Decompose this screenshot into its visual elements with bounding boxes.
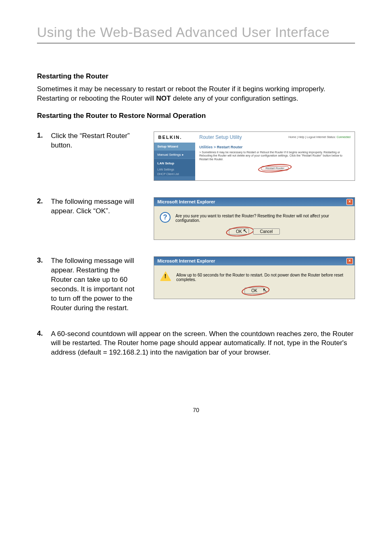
dialog-titlebar: Microsoft Internet Explorer × (154, 257, 355, 265)
dialog-title: Microsoft Internet Explorer (157, 258, 215, 263)
sidebar-lan-settings[interactable]: LAN Settings (154, 167, 195, 172)
status-connected: Connected (337, 136, 350, 138)
crumb-root: Utilities > (199, 145, 217, 149)
cancel-button[interactable]: Cancel (253, 228, 280, 235)
step-4-text: A 60-second countdown will appear on the… (51, 330, 355, 358)
top-links-prefix: Home | Help | Logout Internet Status: (288, 136, 337, 138)
ok-button[interactable]: OK (244, 288, 264, 294)
close-icon[interactable]: × (346, 258, 353, 264)
sidebar-manual-settings[interactable]: Manual Settings ▸ (154, 150, 195, 159)
router-utility-screenshot: BELKIN. Router Setup Utility Home | Help… (154, 131, 355, 181)
dialog-message: Are you sure you want to restart the Rou… (175, 212, 349, 223)
cursor-icon: ↖ (243, 228, 248, 234)
section-heading: Restarting the Router (37, 72, 355, 81)
step-2-number: 2. (37, 197, 51, 205)
sidebar-dhcp-list[interactable]: DHCP Client List (154, 172, 195, 176)
router-top-bar: BELKIN. Router Setup Utility Home | Help… (154, 132, 355, 143)
step-1-row: 1. Click the “Restart Router” button. BE… (37, 131, 355, 181)
router-content: Utilities > Restart Router > Sometimes i… (195, 143, 355, 180)
intro-bold: NOT (156, 94, 171, 102)
title-rule (37, 43, 355, 44)
router-sidebar: Setup Wizard Manual Settings ▸ LAN Setup… (154, 143, 195, 180)
warning-icon (160, 271, 171, 281)
dialog-message-row: Allow up to 60 seconds for the Router to… (160, 271, 349, 282)
top-links: Home | Help | Logout Internet Status: Co… (288, 136, 350, 138)
router-body: Setup Wizard Manual Settings ▸ LAN Setup… (154, 143, 355, 180)
step-3-number: 3. (37, 256, 51, 265)
dialog-title: Microsoft Internet Explorer (157, 199, 215, 204)
step-1-text: Click the “Restart Router” button. (51, 131, 150, 150)
intro-paragraph: Sometimes it may be necessary to restart… (37, 85, 355, 104)
step-3-text: The following message will appear. Resta… (51, 256, 150, 313)
sidebar-setup-wizard[interactable]: Setup Wizard (154, 143, 195, 150)
dialog-body: ? Are you sure you want to restart the R… (154, 206, 355, 240)
subheading: Restarting the Router to Restore Normal … (37, 112, 355, 120)
dialog-buttons: OK Cancel ↖ (160, 228, 349, 235)
page-title: Using the Web-Based Advanced User Interf… (37, 25, 355, 40)
intro-part2: delete any of your configuration setting… (171, 94, 298, 102)
crumb-leaf: Restart Router (217, 145, 243, 149)
dialog-restart-wait: Microsoft Internet Explorer × Allow up t… (154, 256, 355, 299)
dialog-confirm-restart: Microsoft Internet Explorer × ? Are you … (154, 197, 355, 240)
restart-router-button[interactable]: Restart Router (261, 166, 289, 171)
restart-description: > Sometimes it may be necessary to Resta… (195, 151, 355, 164)
dialog-body: Allow up to 60 seconds for the Router to… (154, 265, 355, 299)
sidebar-lan-setup[interactable]: LAN Setup (154, 159, 195, 167)
dialog-titlebar: Microsoft Internet Explorer × (154, 198, 355, 206)
question-icon: ? (160, 212, 171, 223)
dialog-message-row: ? Are you sure you want to restart the R… (160, 212, 349, 223)
cursor-icon: ↖ (263, 287, 267, 293)
step-3-row: 3. The following message will appear. Re… (37, 256, 355, 313)
utility-title: Router Setup Utility (199, 134, 288, 140)
belkin-logo: BELKIN. (158, 135, 199, 140)
step-2-text: The following message will appear. Click… (51, 197, 150, 216)
step-4-row: 4. A 60-second countdown will appear on … (37, 330, 355, 358)
breadcrumb: Utilities > Restart Router (195, 143, 355, 151)
step-2-row: 2. The following message will appear. Cl… (37, 197, 355, 240)
page-number: 70 (37, 407, 355, 413)
close-icon[interactable]: × (346, 199, 353, 205)
dialog-buttons: OK ↖ (160, 288, 349, 294)
step-1-number: 1. (37, 131, 51, 140)
step-4-number: 4. (37, 330, 51, 338)
dialog-message: Allow up to 60 seconds for the Router to… (176, 271, 349, 282)
